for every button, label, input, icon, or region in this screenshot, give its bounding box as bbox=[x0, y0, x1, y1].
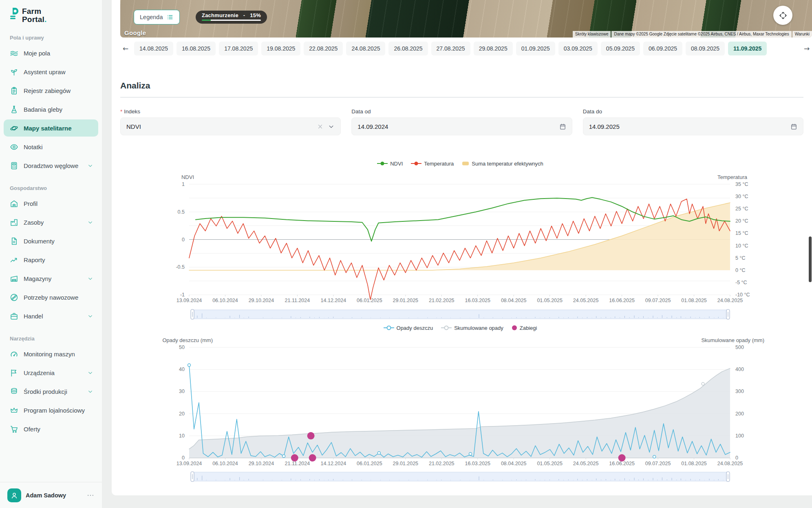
date-pill[interactable]: 01.09.2025 bbox=[516, 42, 555, 55]
calendar-icon[interactable] bbox=[790, 123, 797, 130]
zoom-slider-handle[interactable] bbox=[726, 472, 730, 481]
date-pill[interactable]: 26.08.2025 bbox=[388, 42, 428, 55]
sidebar-item-plant[interactable]: Asystent upraw bbox=[4, 63, 98, 80]
svg-text:06.01.2025: 06.01.2025 bbox=[357, 461, 382, 466]
sidebar-item-leaf[interactable]: Potrzeby nawozowe bbox=[4, 289, 98, 306]
scrollbar-thumb[interactable] bbox=[809, 236, 812, 282]
sidebar-item-planet[interactable]: Mapy satelitarne bbox=[4, 119, 98, 137]
sidebar-item-crown[interactable]: Program lojalnościowy bbox=[4, 402, 98, 419]
date-pill[interactable]: 27.08.2025 bbox=[431, 42, 470, 55]
svg-text:06.01.2025: 06.01.2025 bbox=[357, 298, 382, 303]
sidebar-item-calculator[interactable]: Doradztwo węglowe bbox=[4, 157, 98, 174]
date-pill[interactable]: 14.08.2025 bbox=[134, 42, 173, 55]
chevron-down-icon bbox=[87, 313, 93, 319]
sidebar-item-flask[interactable]: Badania gleby bbox=[4, 101, 98, 118]
sidebar-item-briefcase[interactable]: Handel bbox=[4, 307, 98, 325]
legend-item[interactable]: Opady deszczu bbox=[384, 325, 433, 331]
ndvi-chart-zoom-slider[interactable] bbox=[189, 309, 731, 320]
sidebar-item-factory[interactable]: Zasoby bbox=[4, 214, 98, 231]
zoom-slider-handle[interactable] bbox=[726, 309, 730, 319]
sidebar-item-label: Monitoring maszyn bbox=[24, 351, 75, 358]
section-divider bbox=[120, 97, 803, 97]
sidebar-item-field[interactable]: Moje pola bbox=[4, 44, 98, 62]
sidebar-item-database[interactable]: Środki produkcji bbox=[4, 383, 98, 400]
legend-item[interactable]: Zabiegi bbox=[512, 325, 537, 331]
index-select[interactable]: NDVI bbox=[120, 117, 341, 135]
date-from-input[interactable]: 14.09.2024 bbox=[351, 117, 572, 135]
date-pill[interactable]: 19.08.2025 bbox=[261, 42, 300, 55]
legend-item[interactable]: Skumulowane opady bbox=[441, 325, 503, 331]
sidebar-item-flag[interactable]: Urządzenia bbox=[4, 364, 98, 381]
app-logo[interactable]: Farm Portal. bbox=[0, 0, 102, 24]
required-asterisk: * bbox=[120, 108, 122, 115]
dates-next-button[interactable]: → bbox=[801, 44, 812, 53]
date-pill[interactable]: 03.09.2025 bbox=[558, 42, 598, 55]
legend-item[interactable]: Temperatura bbox=[411, 161, 454, 167]
flag-icon bbox=[10, 369, 18, 377]
svg-text:21.11.2024: 21.11.2024 bbox=[285, 298, 310, 303]
svg-text:0: 0 bbox=[182, 455, 185, 461]
zoom-slider-handle[interactable] bbox=[191, 309, 194, 319]
map-terms-link[interactable]: Warunki bbox=[792, 31, 812, 38]
sidebar-item-gauge[interactable]: Monitoring maszyn bbox=[4, 345, 98, 362]
crown-icon bbox=[10, 406, 18, 415]
chevron-down-icon bbox=[87, 389, 93, 395]
date-pill[interactable]: 16.08.2025 bbox=[177, 42, 216, 55]
svg-text:01.05.2025: 01.05.2025 bbox=[537, 298, 563, 303]
legend-item[interactable]: Suma temperatur efektywnych bbox=[462, 161, 543, 167]
leaf-icon bbox=[10, 293, 18, 302]
map-pan-button[interactable] bbox=[773, 6, 792, 25]
date-pill[interactable]: 24.08.2025 bbox=[346, 42, 385, 55]
chevron-down-icon[interactable] bbox=[328, 123, 335, 130]
legend-item[interactable]: NDVI bbox=[377, 161, 403, 167]
page-title: Analiza bbox=[120, 81, 150, 91]
date-pill[interactable]: 05.09.2025 bbox=[601, 42, 640, 55]
date-pill[interactable]: 22.08.2025 bbox=[304, 42, 343, 55]
satellite-map[interactable]: Legenda Zachmurzenie - 15% Google Skróty… bbox=[120, 0, 812, 38]
sidebar-item-warehouse[interactable]: Magazyny bbox=[4, 270, 98, 287]
user-profile[interactable]: Adam Sadowy bbox=[0, 482, 102, 508]
date-pill[interactable]: 08.09.2025 bbox=[686, 42, 725, 55]
logo-line2: Portal. bbox=[22, 15, 47, 24]
svg-text:16.06.2025: 16.06.2025 bbox=[609, 298, 635, 303]
sidebar-item-document[interactable]: Dokumenty bbox=[4, 232, 98, 250]
sidebar-item-eye[interactable]: Notatki bbox=[4, 138, 98, 155]
plant-icon bbox=[10, 68, 18, 76]
svg-text:0 °C: 0 °C bbox=[735, 267, 745, 273]
svg-text:10 °C: 10 °C bbox=[735, 243, 748, 249]
svg-text:20: 20 bbox=[179, 411, 185, 417]
sidebar-item-trend[interactable]: Raporty bbox=[4, 251, 98, 268]
sidebar-item-label: Profil bbox=[24, 200, 38, 207]
zoom-slider-handle[interactable] bbox=[191, 472, 194, 481]
sidebar-item-cart[interactable]: Oferty bbox=[4, 420, 98, 437]
svg-text:30 °C: 30 °C bbox=[735, 194, 748, 199]
sidebar-item-barn[interactable]: Profil bbox=[4, 195, 98, 212]
svg-text:14.12.2024: 14.12.2024 bbox=[321, 298, 346, 303]
legend-button[interactable]: Legenda bbox=[134, 10, 180, 24]
date-pill[interactable]: 11.09.2025 bbox=[728, 42, 767, 55]
cloudiness-badge: Zachmurzenie - 15% bbox=[196, 11, 267, 24]
date-to-label: Data do bbox=[583, 107, 803, 116]
date-pill[interactable]: 06.09.2025 bbox=[643, 42, 682, 55]
user-menu-dots-icon[interactable] bbox=[86, 491, 95, 499]
sidebar-item-label: Środki produkcji bbox=[24, 388, 67, 395]
rain-chart-zoom-slider[interactable] bbox=[189, 471, 731, 482]
date-to-input[interactable]: 14.09.2025 bbox=[583, 117, 803, 135]
map-shortcuts-link[interactable]: Skróty klawiszowe bbox=[573, 31, 611, 38]
sidebar-item-clipboard[interactable]: Rejestr zabiegów bbox=[4, 82, 98, 99]
date-pill[interactable]: 29.08.2025 bbox=[474, 42, 513, 55]
main-content: Legenda Zachmurzenie - 15% Google Skróty… bbox=[112, 0, 812, 495]
dates-prev-button[interactable]: ← bbox=[120, 44, 131, 53]
chevron-down-icon bbox=[87, 163, 93, 169]
date-pill[interactable]: 17.08.2025 bbox=[219, 42, 258, 55]
calendar-icon[interactable] bbox=[559, 123, 566, 130]
sidebar: Farm Portal. Pola i uprawyMoje polaAsyst… bbox=[0, 0, 102, 508]
svg-text:30: 30 bbox=[179, 389, 185, 394]
legend-label: Zabiegi bbox=[520, 325, 537, 331]
clear-icon[interactable] bbox=[317, 123, 324, 130]
svg-text:29.10.2024: 29.10.2024 bbox=[249, 461, 274, 466]
ndvi-chart-legend: NDVITemperaturaSuma temperatur efektywny… bbox=[189, 159, 731, 168]
svg-text:13.09.2024: 13.09.2024 bbox=[177, 298, 202, 303]
svg-text:21.02.2025: 21.02.2025 bbox=[429, 461, 455, 466]
date-from-field-group: Data od 14.09.2024 bbox=[351, 107, 572, 135]
